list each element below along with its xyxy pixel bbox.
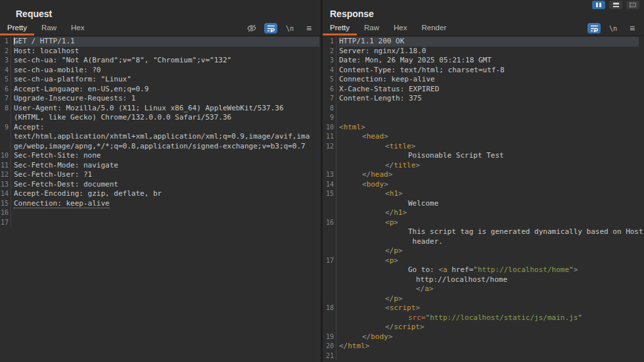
code-line-text[interactable]: Content-Type: text/html; charset=utf-8 [339,66,639,76]
tab-response-hex[interactable]: Hex [386,22,414,35]
code-line-text[interactable]: <p> [339,256,639,266]
code-line: 10Sec-Fetch-Site: none [0,151,321,161]
code-line-text[interactable]: Poisonable Script Test [339,151,639,161]
code-line-text[interactable] [14,218,319,228]
code-line-text[interactable]: <html> [339,123,639,133]
request-toolbar: \n ≡ [245,23,315,34]
code-line-text[interactable]: Content-Length: 375 [339,94,639,104]
code-line: 5Connection: keep-alive [323,75,644,85]
code-line-text[interactable]: </script> [339,323,639,332]
code-line-text[interactable]: Accept: [14,123,319,133]
code-line-text[interactable]: src="http://localhost/static/js/main.js" [339,313,639,323]
line-number: 15 [323,189,336,199]
code-line-text[interactable] [14,208,319,218]
code-line: </h1> [323,208,644,218]
columns-layout-icon [596,3,598,7]
code-line-text[interactable]: sec-ch-ua-mobile: ?0 [14,66,319,76]
code-line-text[interactable]: Sec-Fetch-Dest: document [14,180,319,190]
line-number [323,275,336,285]
code-line: 2Server: nginx/1.18.0 [323,47,644,57]
tab-response-raw[interactable]: Raw [357,22,386,35]
code-line-text[interactable]: <script> [339,304,639,313]
code-line-text[interactable]: Go to: <a href="http://localhost/home"> [339,265,639,275]
code-line-text[interactable]: header. [339,237,639,247]
newline-toggle-button[interactable]: \n [283,23,296,34]
code-line: 3sec-ch-ua: "Not A(Brand";v="8", "Chromi… [0,56,321,66]
code-line-text[interactable]: http://localhost/home [339,275,639,285]
code-line-text[interactable] [339,113,639,123]
code-line: 11<head> [323,132,644,142]
code-line-text[interactable]: </head> [339,170,639,180]
code-line-text[interactable]: <body> [339,180,639,190]
code-line-text[interactable]: <head> [339,132,639,142]
line-number: 14 [323,180,336,190]
tab-response-render[interactable]: Render [415,22,454,35]
code-line-text[interactable]: Accept-Language: en-US,en;q=0.9 [14,85,319,95]
visibility-off-button[interactable] [245,23,258,34]
tab-request-pretty[interactable]: Pretty [0,22,34,35]
code-line-text[interactable]: Welcome [339,199,639,209]
line-number: 17 [323,256,336,266]
code-line-text[interactable]: </p> [339,246,639,256]
code-line-text[interactable]: </a> [339,284,639,294]
code-line-text[interactable]: (KHTML, like Gecko) Chrome/132.0.0.0 Saf… [14,113,319,123]
request-editor[interactable]: 1GET / HTTP/1.12Host: localhost3sec-ch-u… [0,36,321,362]
code-line-text[interactable]: Connection: keep-alive [339,75,639,85]
code-line: </p> [323,246,644,256]
code-line-text[interactable]: sec-ch-ua: "Not A(Brand";v="8", "Chromiu… [14,56,319,66]
code-line-text[interactable]: sec-ch-ua-platform: "Linux" [14,75,319,85]
code-line-text[interactable]: Host: localhost [14,47,319,57]
code-line-text[interactable]: <title> [339,142,639,152]
code-line-text[interactable]: <p> [339,218,639,228]
code-line: </script> [323,323,644,332]
code-line-text[interactable]: Accept-Encoding: gzip, deflate, br [14,189,319,199]
code-line: 5sec-ch-ua-platform: "Linux" [0,75,321,85]
line-number [323,313,336,323]
code-line-text[interactable]: User-Agent: Mozilla/5.0 (X11; Linux x86_… [14,104,319,114]
code-line-text[interactable]: </h1> [339,208,639,218]
code-line-text[interactable] [339,351,639,361]
rows-layout-button[interactable] [609,1,622,9]
code-line-text[interactable]: Connection: keep-alive [14,199,319,209]
code-line-text[interactable]: Upgrade-Insecure-Requests: 1 [14,94,319,104]
code-line-text[interactable]: Sec-Fetch-Site: none [14,151,319,161]
tabs-layout-button[interactable] [626,1,639,9]
columns-layout-button[interactable] [592,1,605,9]
code-line-text[interactable]: ge/webp,image/apng,*/*;q=0.8,application… [14,142,319,152]
tab-response-pretty[interactable]: Pretty [323,22,357,35]
line-number: 9 [323,113,336,123]
line-number: 12 [0,170,11,180]
code-line-text[interactable]: Server: nginx/1.18.0 [339,47,639,57]
word-wrap-button[interactable] [587,23,601,34]
code-line: 8User-Agent: Mozilla/5.0 (X11; Linux x86… [0,104,321,114]
line-number [323,265,336,275]
code-line: 21 [323,351,644,361]
code-line-text[interactable]: Date: Mon, 26 May 2025 05:21:18 GMT [339,56,639,66]
response-menu-button[interactable]: ≡ [626,23,639,34]
response-editor[interactable]: 1HTTP/1.1 200 OK2Server: nginx/1.18.03Da… [323,36,644,362]
code-line: This script tag is generated dynamically… [323,227,644,237]
code-line-text[interactable]: <h1> [339,189,639,199]
code-line-text[interactable]: </body> [339,332,639,342]
request-menu-button[interactable]: ≡ [302,23,315,34]
code-line-text[interactable]: This script tag is generated dynamically… [339,227,643,237]
code-line-text[interactable]: Sec-Fetch-User: ?1 [14,170,319,180]
code-line: Go to: <a href="http://localhost/home"> [323,265,644,275]
tab-request-raw[interactable]: Raw [34,22,64,35]
code-line-text[interactable]: GET / HTTP/1.1 [14,37,319,47]
newline-toggle-button[interactable]: \n [607,23,620,34]
line-number: 4 [323,66,336,76]
tab-request-hex[interactable]: Hex [64,22,91,35]
word-wrap-button[interactable] [264,23,277,34]
code-line-text[interactable]: text/html,application/xhtml+xml,applicat… [14,132,319,142]
code-line-text[interactable] [339,104,639,114]
code-line-text[interactable]: HTTP/1.1 200 OK [339,37,639,47]
code-line-text[interactable]: Sec-Fetch-Mode: navigate [14,161,319,171]
code-line: 2Host: localhost [0,47,321,57]
code-line-text[interactable]: </html> [339,342,639,351]
code-line-text[interactable]: </title> [339,161,639,171]
response-toolbar: \n ≡ [587,23,639,34]
line-number: 2 [323,47,336,57]
code-line-text[interactable]: </p> [339,294,639,304]
code-line-text[interactable]: X-Cache-Status: EXPIRED [339,85,639,95]
